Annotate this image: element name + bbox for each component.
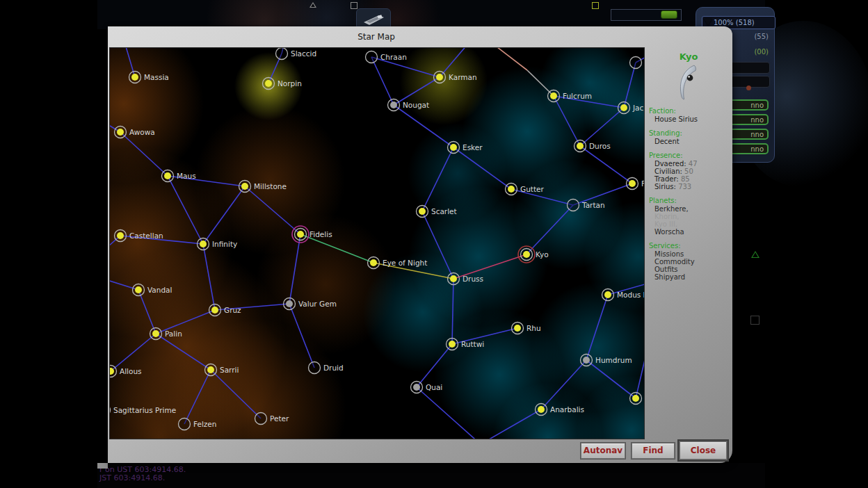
find-button[interactable]: Find: [632, 443, 675, 459]
presence-list: Dvaered: 47Civilian: 50Trader: 85Sirius:…: [645, 160, 732, 190]
system-dot: [508, 186, 515, 193]
hyperlane-edge: [111, 334, 156, 371]
map-system-quai[interactable]: Quai: [411, 382, 443, 393]
system-dot: [450, 144, 457, 151]
hyperlane-edge: [422, 211, 453, 279]
map-system-massia[interactable]: Massia: [129, 72, 169, 83]
autonav-button[interactable]: Autonav: [581, 443, 625, 459]
map-system-unnamed[interactable]: [630, 57, 642, 69]
service-row: Commodity: [654, 258, 732, 266]
map-system-anarbalis[interactable]: Anarbalis: [536, 404, 585, 416]
system-dot: [390, 101, 397, 108]
system-dot: [164, 172, 171, 179]
star-map-dialog: Star Map MassiaSlaccidNorpinChraanKarman…: [108, 26, 732, 463]
map-system-peter[interactable]: Peter: [255, 413, 289, 425]
hyperlane-edge: [586, 295, 608, 360]
system-label: Ruttwi: [461, 340, 484, 348]
hyperlane-edge: [184, 370, 211, 424]
system-label: Allous: [120, 367, 142, 375]
system-info-sidebar: Kyo Faction: House Sirius Standing: Dece…: [645, 47, 732, 457]
hyperlane-edge: [624, 63, 636, 108]
map-system-millstone[interactable]: Millstone: [239, 181, 287, 193]
system-label: Felzen: [193, 420, 216, 428]
system-dot: [135, 286, 142, 293]
presence-row: Civilian: 50: [654, 168, 732, 175]
hyperlane-edge: [371, 57, 394, 105]
presence-label: Presence:: [649, 152, 732, 159]
system-dot: [241, 183, 248, 190]
map-system-rhu[interactable]: Rhu: [512, 323, 541, 334]
map-system-unnamed[interactable]: [630, 393, 642, 405]
selected-system-name: Kyo: [645, 51, 732, 62]
ship-icon: [361, 13, 386, 26]
map-system-eye-of-night[interactable]: Eye of Night: [368, 257, 428, 269]
map-system-f[interactable]: F: [627, 178, 645, 190]
hyperlane-edge: [300, 234, 373, 263]
system-ring: [179, 418, 191, 430]
system-label: Duros: [589, 142, 611, 150]
map-system-vandal[interactable]: Vandal: [133, 284, 172, 296]
system-dot: [604, 291, 611, 298]
system-dot: [583, 357, 590, 364]
system-ring: [309, 362, 321, 374]
map-system-nougat[interactable]: Nougat: [388, 99, 430, 111]
map-system-esker[interactable]: Esker: [448, 142, 483, 154]
map-system-norpin[interactable]: Norpin: [263, 78, 302, 90]
map-system-felzen[interactable]: Felzen: [179, 418, 217, 430]
star-map-canvas[interactable]: MassiaSlaccidNorpinChraanKarmanNougatFul…: [109, 47, 645, 439]
space-background-bottom: [97, 463, 765, 488]
map-system-slaccid[interactable]: Slaccid: [276, 48, 317, 60]
map-system-sarrii[interactable]: Sarrii: [205, 364, 239, 376]
close-button[interactable]: Close: [680, 441, 727, 459]
overlay-square-icon: [351, 2, 357, 9]
system-label: Awowa: [129, 128, 155, 136]
service-list: MissionsCommodityOutfitsShipyard: [645, 250, 732, 281]
shield-icon: [704, 19, 712, 26]
system-label: Chraan: [380, 53, 407, 61]
hyperlane-edge: [289, 234, 300, 304]
map-system-sagittarius-prime[interactable]: Sagittarius Prime: [110, 405, 176, 416]
system-label: Anarbalis: [550, 405, 584, 414]
system-label: Tartan: [581, 201, 605, 209]
map-system-jac[interactable]: Jac: [618, 102, 644, 114]
map-system-allous[interactable]: Allous: [110, 366, 142, 377]
system-ring: [110, 405, 111, 416]
map-system-fidelis[interactable]: Fidelis: [292, 226, 332, 243]
system-label: Esker: [463, 143, 483, 152]
map-system-druid[interactable]: Druid: [309, 362, 344, 374]
map-system-scarlet[interactable]: Scarlet: [417, 206, 457, 218]
system-label: Gutter: [520, 185, 544, 193]
map-system-karman[interactable]: Karman: [434, 72, 477, 83]
planet-row: Kyo III,: [654, 220, 732, 228]
system-dot: [200, 241, 207, 247]
planet-row: Khorin,: [654, 213, 732, 220]
system-dot: [117, 129, 124, 136]
map-system-castellan[interactable]: Castellan: [115, 230, 163, 242]
map-system-infinity[interactable]: Infinity: [198, 238, 238, 250]
radar-square-icon: [750, 316, 760, 325]
system-label: Fidelis: [310, 230, 332, 238]
map-system-duros[interactable]: Duros: [574, 140, 611, 152]
system-label: Rhu: [527, 324, 541, 332]
system-dot: [131, 74, 138, 81]
map-system-modus-m[interactable]: Modus M: [602, 289, 645, 301]
hud-status-dot: [746, 86, 751, 90]
hud-slot: [728, 62, 770, 74]
map-system-maus[interactable]: Maus: [162, 170, 196, 182]
map-system-gutter[interactable]: Gutter: [506, 184, 545, 195]
hyperlane-edge: [138, 290, 156, 334]
system-label: Infinity: [212, 240, 237, 248]
map-system-chraan[interactable]: Chraan: [366, 51, 407, 63]
system-label: Valur Gem: [298, 300, 337, 308]
system-dot: [449, 341, 456, 348]
planet-list: Berkhere,Khorin,Kyo III,Worscha: [645, 205, 732, 236]
system-label: Druss: [463, 275, 483, 283]
map-system-awowa[interactable]: Awowa: [115, 127, 155, 138]
standing-label: Standing:: [649, 129, 732, 137]
hyperlane-edge: [394, 105, 453, 147]
planets-label: Planets:: [649, 197, 732, 204]
map-system-kyo[interactable]: Kyo: [518, 246, 549, 263]
map-system-tartan[interactable]: Tartan: [568, 200, 605, 211]
hyperlane-edge: [120, 132, 168, 176]
map-system-fulcrum[interactable]: Fulcrum: [548, 90, 593, 102]
